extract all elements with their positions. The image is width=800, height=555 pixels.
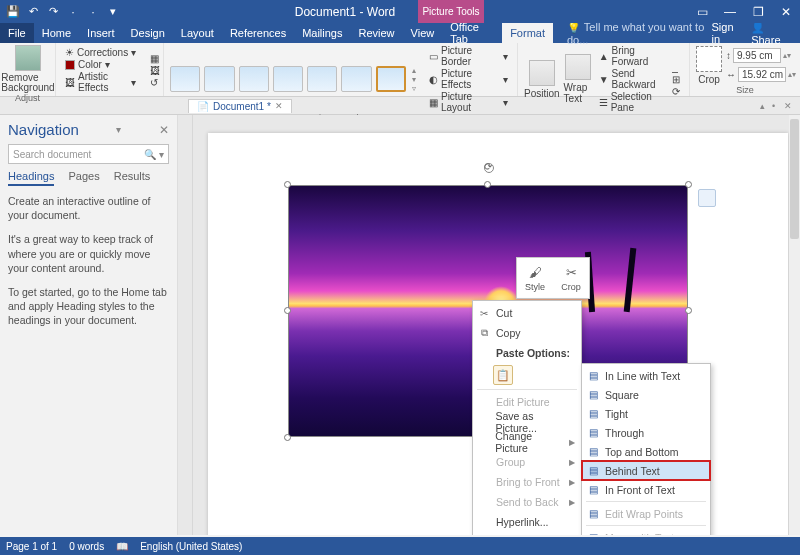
redo-icon[interactable]: ↷ — [46, 5, 60, 19]
share-button[interactable]: 👤 Share — [751, 21, 792, 46]
resize-handle-w[interactable] — [284, 307, 291, 314]
search-input[interactable]: Search document 🔍 ▾ — [8, 144, 169, 164]
ctx-bring: Bring to Front▶ — [473, 472, 581, 492]
bring-forward-button[interactable]: ▲Bring Forward — [596, 45, 665, 67]
height-field[interactable]: 9.95 cm — [733, 48, 781, 63]
tab-review[interactable]: Review — [351, 23, 403, 43]
strip-close-icon[interactable]: ✕ — [784, 101, 794, 111]
save-icon[interactable]: 💾 — [6, 5, 20, 19]
ribbon-display-options-icon[interactable]: ▭ — [688, 0, 716, 23]
tab-view[interactable]: View — [403, 23, 443, 43]
sign-in-link[interactable]: Sign in — [712, 21, 742, 46]
picture-style-4[interactable] — [273, 66, 303, 92]
corrections-button[interactable]: ☀Corrections ▾ — [62, 47, 139, 58]
wrap-front[interactable]: ▤In Front of Text — [582, 480, 710, 499]
close-document-icon[interactable]: ✕ — [275, 101, 283, 111]
artistic-effects-button[interactable]: 🖼Artistic Effects ▾ — [62, 71, 139, 93]
position-button[interactable]: Position — [524, 60, 560, 99]
styles-more-icon[interactable]: ▿ — [412, 84, 416, 93]
undo-icon[interactable]: ↶ — [26, 5, 40, 19]
styles-row-up-icon[interactable]: ▴ — [412, 66, 416, 75]
picture-style-5[interactable] — [307, 66, 337, 92]
wrap-through[interactable]: ▤Through — [582, 423, 710, 442]
paste-option-keep-source[interactable]: 📋 — [473, 363, 581, 387]
status-page[interactable]: Page 1 of 1 — [6, 541, 57, 552]
ctx-copy[interactable]: ⧉Copy — [473, 323, 581, 343]
group-icon[interactable]: ⊞ — [669, 74, 683, 85]
picture-style-6[interactable] — [341, 66, 371, 92]
picture-border-button[interactable]: ▭Picture Border ▾ — [426, 45, 511, 67]
nav-tab-pages[interactable]: Pages — [68, 170, 99, 186]
picture-style-3[interactable] — [239, 66, 269, 92]
send-backward-button[interactable]: ▼Send Backward — [596, 68, 665, 90]
picture-effects-button[interactable]: ◐Picture Effects ▾ — [426, 68, 511, 90]
picture-layout-button[interactable]: ▦Picture Layout ▾ — [426, 91, 511, 113]
wrap-behind[interactable]: ▤Behind Text — [582, 461, 710, 480]
width-field[interactable]: 15.92 cm — [738, 67, 786, 82]
resize-handle-ne[interactable] — [685, 181, 692, 188]
wrap-inline[interactable]: ▤In Line with Text — [582, 366, 710, 385]
document-tab[interactable]: 📄 Document1 * ✕ — [188, 99, 292, 113]
tab-design[interactable]: Design — [123, 23, 173, 43]
tab-file[interactable]: File — [0, 23, 34, 43]
qat-extra-1-icon[interactable]: · — [66, 5, 80, 19]
reset-picture-icon[interactable]: ↺ — [147, 77, 163, 88]
align-icon[interactable]: ⎯ — [669, 62, 683, 73]
wrap-text-button[interactable]: Wrap Text — [564, 54, 592, 104]
nav-tab-results[interactable]: Results — [114, 170, 151, 186]
resize-handle-sw[interactable] — [284, 434, 291, 441]
vertical-scrollbar[interactable] — [789, 115, 800, 535]
picture-style-1[interactable] — [170, 66, 200, 92]
status-proofing-icon[interactable]: 📖 — [116, 541, 128, 552]
tab-layout[interactable]: Layout — [173, 23, 222, 43]
qat-customize-icon[interactable]: ▾ — [106, 5, 120, 19]
wrap-tight[interactable]: ▤Tight — [582, 404, 710, 423]
ctx-save_as[interactable]: Save as Picture... — [473, 412, 581, 432]
nav-tab-headings[interactable]: Headings — [8, 170, 54, 186]
status-language[interactable]: English (United States) — [140, 541, 242, 552]
wrap-move-icon: ▤ — [586, 532, 600, 536]
navigation-dropdown-icon[interactable]: ▾ — [116, 124, 121, 135]
tab-references[interactable]: References — [222, 23, 294, 43]
wrap-topbot[interactable]: ▤Top and Bottom — [582, 442, 710, 461]
search-icon[interactable]: 🔍 ▾ — [144, 149, 164, 160]
compress-icon[interactable]: ▦ — [147, 53, 163, 64]
ctx-cut[interactable]: ✂Cut — [473, 303, 581, 323]
resize-handle-nw[interactable] — [284, 181, 291, 188]
tab-office-tab[interactable]: Office Tab — [442, 23, 502, 43]
remove-background-button[interactable]: Remove Background — [6, 45, 50, 93]
tell-me-search[interactable]: 💡 Tell me what you want to do... — [553, 21, 712, 46]
mini-style-button[interactable]: 🖌 Style — [517, 258, 553, 298]
strip-up-icon[interactable]: ▴ — [760, 101, 770, 111]
change-picture-icon[interactable]: 🖼 — [147, 65, 163, 76]
tab-home[interactable]: Home — [34, 23, 79, 43]
styles-row-down-icon[interactable]: ▾ — [412, 75, 416, 84]
crop-button[interactable]: Crop — [696, 46, 722, 85]
navigation-close-icon[interactable]: ✕ — [159, 123, 169, 137]
picture-style-7[interactable] — [376, 66, 406, 92]
strip-pin-icon[interactable]: • — [772, 101, 782, 111]
document-canvas[interactable]: jwords.com 🖌 Style ✂ Crop ✂Cut⧉CopyPas — [178, 115, 800, 535]
ctx-caption[interactable]: Insert Caption... — [473, 532, 581, 535]
scrollbar-thumb[interactable] — [790, 119, 799, 239]
layout-options-icon[interactable] — [698, 189, 716, 207]
mini-crop-button[interactable]: ✂ Crop — [553, 258, 589, 298]
status-words[interactable]: 0 words — [69, 541, 104, 552]
qat-extra-2-icon[interactable]: · — [86, 5, 100, 19]
ctx-change[interactable]: Change Picture▶ — [473, 432, 581, 452]
resize-handle-n[interactable] — [484, 181, 491, 188]
ctx-link[interactable]: Hyperlink... — [473, 512, 581, 532]
minimize-button[interactable]: — — [716, 0, 744, 23]
tab-insert[interactable]: Insert — [79, 23, 123, 43]
resize-handle-e[interactable] — [685, 307, 692, 314]
rotate-icon[interactable]: ⟳ — [669, 86, 683, 97]
restore-button[interactable]: ❐ — [744, 0, 772, 23]
close-button[interactable]: ✕ — [772, 0, 800, 23]
color-button[interactable]: Color ▾ — [62, 59, 139, 70]
rotate-handle-icon[interactable] — [484, 163, 494, 173]
selection-pane-button[interactable]: ☰Selection Pane — [596, 91, 665, 113]
tab-format[interactable]: Format — [502, 23, 553, 43]
tab-mailings[interactable]: Mailings — [294, 23, 350, 43]
picture-style-2[interactable] — [204, 66, 234, 92]
wrap-square[interactable]: ▤Square — [582, 385, 710, 404]
